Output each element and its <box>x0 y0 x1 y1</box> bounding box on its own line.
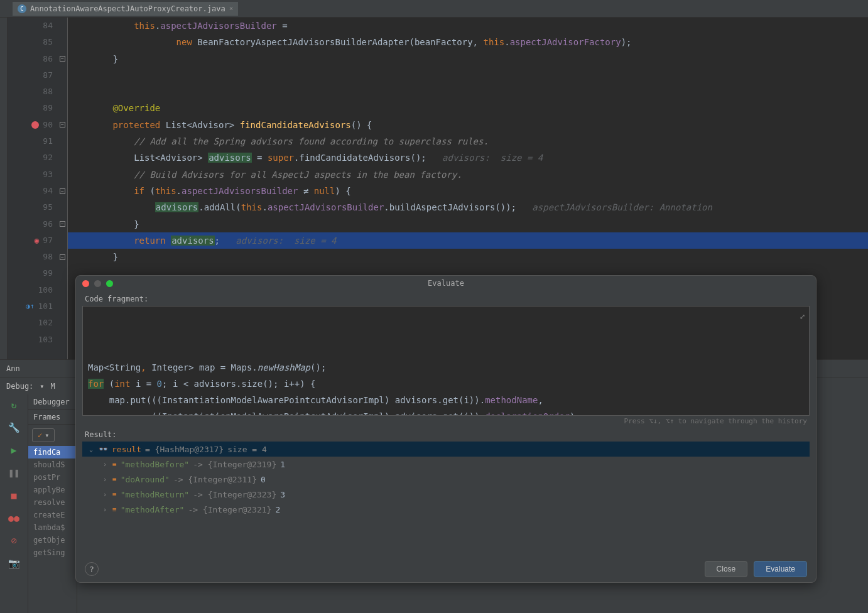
map-entry-icon: ≡ <box>112 475 117 484</box>
line-number: 84 <box>43 18 53 34</box>
code-line[interactable]: } <box>68 249 868 265</box>
debug-label: Debug: <box>6 382 33 391</box>
breakpoint-icon[interactable] <box>31 121 39 129</box>
frame-item[interactable]: createE <box>28 509 77 521</box>
chevron-down-icon: ▾ <box>45 431 49 440</box>
breadcrumb-label: Ann <box>6 364 20 373</box>
close-button[interactable]: Close <box>705 561 748 577</box>
close-icon[interactable]: × <box>229 4 234 13</box>
chevron-right-icon[interactable]: › <box>101 476 109 483</box>
code-line[interactable]: protected List<Advisor> findCandidateAdv… <box>68 117 868 133</box>
result-entry[interactable]: ›≡"doAround" -> {Integer@2311} 0 <box>82 472 810 487</box>
fold-icon[interactable]: − <box>60 188 65 194</box>
frame-item[interactable]: applyBe <box>28 484 77 496</box>
frames-filter-button[interactable]: ✓ ▾ <box>32 428 55 442</box>
evaluate-button[interactable]: Evaluate <box>754 561 807 577</box>
line-number: 101 <box>38 298 53 315</box>
code-line[interactable]: } <box>68 216 868 232</box>
fold-strip: −−−−− <box>58 18 68 359</box>
code-line[interactable]: // Build Advisors for all AspectJ aspect… <box>68 166 868 183</box>
history-hint: Press ⌥↓, ⌥↑ to navigate through the his… <box>76 416 816 426</box>
frame-item[interactable]: resolve <box>28 496 77 509</box>
line-number: 98 <box>43 249 53 265</box>
resume-icon[interactable]: ▶ <box>8 445 19 456</box>
code-line[interactable]: // Add all the Spring advisors found acc… <box>68 133 868 149</box>
code-line[interactable]: advisors.addAll(this.aspectJAdvisorsBuil… <box>68 199 868 215</box>
debug-toolbar: ↻ 🔧 ▶ ❚❚ ■ ●● ⊘ 📷 <box>0 394 28 613</box>
editor-tab-bar: C AnnotationAwareAspectJAutoProxyCreator… <box>0 0 868 18</box>
chevron-down-icon[interactable]: ⌄ <box>87 446 95 453</box>
code-line[interactable]: new BeanFactoryAspectJAdvisorsBuilderAda… <box>68 34 868 50</box>
watch-icon: 👓 <box>99 445 108 453</box>
frame-item[interactable]: getObje <box>28 534 77 546</box>
left-tool-strip <box>0 18 8 359</box>
line-number: 97 <box>43 232 53 249</box>
view-breakpoints-icon[interactable]: ●● <box>8 513 19 524</box>
fold-icon[interactable]: − <box>60 122 65 127</box>
line-number: 90 <box>43 117 53 133</box>
line-number: 102 <box>38 315 53 331</box>
code-fragment-editor[interactable]: ⤢ Map<String, Integer> map = Maps.newHas… <box>82 306 810 416</box>
line-number: 92 <box>43 149 53 166</box>
line-number: 100 <box>38 282 53 298</box>
result-root[interactable]: ⌄👓result = {HashMap@2317} size = 4 <box>82 442 810 457</box>
map-entry-icon: ≡ <box>112 491 117 499</box>
stop-icon[interactable]: ■ <box>8 490 19 501</box>
code-line[interactable]: return advisors; advisors: size = 4 <box>68 232 868 249</box>
map-entry-icon: ≡ <box>112 506 117 514</box>
frame-item[interactable]: lambda$ <box>28 521 77 534</box>
maximize-window-icon[interactable] <box>106 280 113 287</box>
minimize-window-icon[interactable] <box>94 280 101 287</box>
line-number: 85 <box>43 34 53 50</box>
fold-icon[interactable]: − <box>60 56 65 62</box>
evaluate-dialog: Evaluate Code fragment: ⤢ Map<String, In… <box>75 275 816 583</box>
code-line[interactable] <box>68 67 868 84</box>
line-number-gutter: 84858687888990919293949596◉979899100◑↑10… <box>8 18 58 359</box>
breakpoint-done-icon[interactable]: ◉ <box>35 232 40 249</box>
help-icon[interactable]: ? <box>85 562 99 576</box>
fold-icon[interactable]: − <box>60 254 65 260</box>
override-up-icon[interactable]: ◑↑ <box>26 298 34 315</box>
chevron-right-icon[interactable]: › <box>101 506 109 513</box>
result-label: Result: <box>76 426 816 442</box>
line-number: 89 <box>43 100 53 116</box>
result-entry[interactable]: ›≡"methodReturn" -> {Integer@2323} 3 <box>82 487 810 502</box>
frames-panel: Debugger Frames ✓ ▾ findCashouldSpostPra… <box>28 394 77 613</box>
code-line[interactable] <box>68 84 868 100</box>
debug-config-name: M <box>51 382 55 391</box>
chevron-right-icon[interactable]: › <box>101 491 109 498</box>
chevron-right-icon[interactable]: › <box>101 461 109 468</box>
fold-icon[interactable]: − <box>60 221 65 227</box>
code-line[interactable]: this.aspectJAdvisorsBuilder = <box>68 18 868 34</box>
frame-item[interactable]: shouldS <box>28 458 77 471</box>
code-line[interactable]: } <box>68 51 868 67</box>
check-icon: ✓ <box>38 431 42 440</box>
code-line[interactable]: @Override <box>68 100 868 116</box>
frame-item[interactable]: findCa <box>28 446 77 458</box>
result-tree[interactable]: ⌄👓result = {HashMap@2317} size = 4›≡"met… <box>82 442 810 556</box>
line-number: 87 <box>43 67 53 84</box>
frame-item[interactable]: postPr <box>28 471 77 484</box>
result-entry[interactable]: ›≡"methodAfter" -> {Integer@2321} 2 <box>82 502 810 517</box>
close-window-icon[interactable] <box>82 280 89 287</box>
rerun-icon[interactable]: ↻ <box>8 399 19 411</box>
debug-config-icon[interactable]: ▾ <box>40 382 44 391</box>
dialog-titlebar[interactable]: Evaluate <box>76 276 816 291</box>
line-number: 93 <box>43 166 53 183</box>
result-entry[interactable]: ›≡"methodBefore" -> {Integer@2319} 1 <box>82 457 810 472</box>
wrench-icon[interactable]: 🔧 <box>8 422 19 433</box>
dialog-buttons: ? Close Evaluate <box>76 556 816 582</box>
code-line[interactable]: if (this.aspectJAdvisorsBuilder ≠ null) … <box>68 183 868 199</box>
line-number: 91 <box>43 133 53 149</box>
camera-icon[interactable]: 📷 <box>8 558 19 569</box>
editor-tab[interactable]: C AnnotationAwareAspectJAutoProxyCreator… <box>13 2 238 16</box>
mute-breakpoints-icon[interactable]: ⊘ <box>8 535 19 546</box>
pause-icon[interactable]: ❚❚ <box>8 467 19 479</box>
line-number: 94 <box>43 183 53 199</box>
frame-item[interactable]: getSing <box>28 546 77 559</box>
expand-icon[interactable]: ⤢ <box>800 309 805 325</box>
code-line[interactable]: List<Advisor> advisors = super.findCandi… <box>68 149 868 166</box>
frames-header: Frames <box>28 410 77 425</box>
dialog-title: Evaluate <box>428 279 464 288</box>
debugger-tab[interactable]: Debugger <box>28 394 77 410</box>
